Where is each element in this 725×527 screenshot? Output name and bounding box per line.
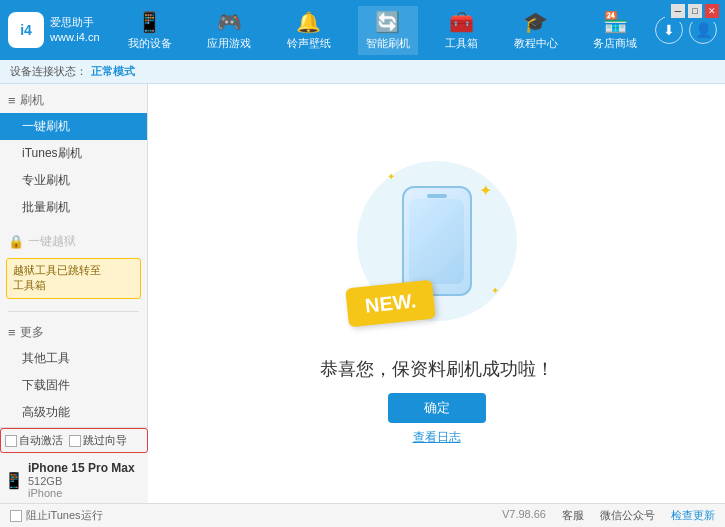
nav-tutorial[interactable]: 🎓 教程中心 bbox=[506, 6, 566, 55]
sidebar-item-onekey-flash[interactable]: 一键刷机 bbox=[0, 113, 147, 140]
nav-ringtones[interactable]: 🔔 铃声壁纸 bbox=[279, 6, 339, 55]
confirm-button[interactable]: 确定 bbox=[388, 393, 486, 423]
flash-section: ≡ 刷机 一键刷机 iTunes刷机 专业刷机 批量刷机 bbox=[0, 84, 147, 225]
more-section-header: ≡ 更多 bbox=[0, 320, 147, 345]
flash-icon: 🔄 bbox=[375, 10, 400, 34]
sidebar-item-pro-flash[interactable]: 专业刷机 bbox=[0, 167, 147, 194]
footer-left: 阻止iTunes运行 bbox=[10, 508, 103, 523]
nav-smart-flash[interactable]: 🔄 智能刷机 bbox=[358, 6, 418, 55]
device-type: iPhone bbox=[28, 487, 135, 499]
sidebar-item-download-firmware[interactable]: 下载固件 bbox=[0, 372, 147, 399]
success-illustration: ✦ ✦ ✦ NEW. bbox=[337, 141, 537, 341]
sidebar-separator bbox=[8, 311, 139, 312]
ringtone-icon: 🔔 bbox=[296, 10, 321, 34]
jailbreak-section: 🔒 一键越狱 越狱工具已跳转至工具箱 bbox=[0, 225, 147, 307]
sidebar-item-other-tools[interactable]: 其他工具 bbox=[0, 345, 147, 372]
nav-apps-games[interactable]: 🎮 应用游戏 bbox=[199, 6, 259, 55]
phone-screen bbox=[409, 199, 464, 284]
device-info: 📱 iPhone 15 Pro Max 512GB iPhone bbox=[0, 457, 148, 503]
sparkle-icon-1: ✦ bbox=[479, 181, 492, 200]
logo-text: 爱思助手 www.i4.cn bbox=[50, 15, 100, 46]
close-button[interactable]: ✕ bbox=[705, 4, 719, 18]
apps-icon: 🎮 bbox=[217, 10, 242, 34]
desktop-link[interactable]: 客服 bbox=[562, 508, 584, 523]
service-icon: 🏪 bbox=[603, 10, 628, 34]
log-link[interactable]: 查看日志 bbox=[413, 429, 461, 446]
flash-section-icon: ≡ bbox=[8, 93, 16, 108]
device-name: iPhone 15 Pro Max bbox=[28, 461, 135, 475]
logo: i4 爱思助手 www.i4.cn bbox=[0, 12, 110, 48]
breadcrumb: 设备连接状态： 正常模式 bbox=[0, 60, 725, 84]
toolbox-icon: 🧰 bbox=[449, 10, 474, 34]
nav-service[interactable]: 🏪 务店商域 bbox=[585, 6, 645, 55]
footer-right: V7.98.66 客服 微信公众号 检查更新 bbox=[502, 508, 715, 523]
more-section: ≡ 更多 其他工具 下载固件 高级功能 bbox=[0, 316, 147, 430]
sidebar-item-advanced[interactable]: 高级功能 bbox=[0, 399, 147, 426]
auto-activate-checkbox[interactable] bbox=[5, 435, 17, 447]
nav-toolbox[interactable]: 🧰 工具箱 bbox=[437, 6, 486, 55]
jailbreak-section-header: 🔒 一键越狱 bbox=[0, 229, 147, 254]
refresh-link[interactable]: 检查更新 bbox=[671, 508, 715, 523]
version-label: V7.98.66 bbox=[502, 508, 546, 523]
content-area: ✦ ✦ ✦ NEW. 恭喜您，保资料刷机成功啦！ 确定 查看日志 bbox=[148, 84, 725, 503]
sidebar-item-batch-flash[interactable]: 批量刷机 bbox=[0, 194, 147, 221]
wechat-link[interactable]: 微信公众号 bbox=[600, 508, 655, 523]
auto-activate-row: 自动激活 跳过向导 bbox=[0, 428, 148, 453]
sidebar-item-itunes-flash[interactable]: iTunes刷机 bbox=[0, 140, 147, 167]
maximize-button[interactable]: □ bbox=[688, 4, 702, 18]
main-area: ≡ 刷机 一键刷机 iTunes刷机 专业刷机 批量刷机 🔒 一键越狱 越狱工具… bbox=[0, 84, 725, 503]
flash-section-header: ≡ 刷机 bbox=[0, 88, 147, 113]
device-storage: 512GB bbox=[28, 475, 135, 487]
guide-activate-checkbox[interactable] bbox=[69, 435, 81, 447]
sparkle-icon-2: ✦ bbox=[387, 171, 395, 182]
phone-notch bbox=[427, 194, 447, 198]
itunes-checkbox[interactable] bbox=[10, 510, 22, 522]
connection-status: 正常模式 bbox=[91, 64, 135, 79]
device-icon: 📱 bbox=[137, 10, 162, 34]
sparkle-icon-3: ✦ bbox=[491, 285, 499, 296]
nav-my-device[interactable]: 📱 我的设备 bbox=[120, 6, 180, 55]
auto-activate-checkbox-label[interactable]: 自动激活 bbox=[5, 433, 63, 448]
new-badge: NEW. bbox=[345, 280, 436, 328]
lock-icon: 🔒 bbox=[8, 234, 24, 249]
tutorial-icon: 🎓 bbox=[523, 10, 548, 34]
phone-icon: 📱 bbox=[4, 471, 24, 490]
header: i4 爱思助手 www.i4.cn 📱 我的设备 🎮 应用游戏 🔔 铃声壁纸 🔄 bbox=[0, 0, 725, 60]
footer: 阻止iTunes运行 V7.98.66 客服 微信公众号 检查更新 bbox=[0, 503, 725, 527]
logo-icon: i4 bbox=[8, 12, 44, 48]
device-area: 自动激活 跳过向导 📱 iPhone 15 Pro Max 512GB iPho… bbox=[0, 427, 148, 503]
success-text: 恭喜您，保资料刷机成功啦！ bbox=[320, 357, 554, 381]
jailbreak-notice: 越狱工具已跳转至工具箱 bbox=[6, 258, 141, 299]
more-icon: ≡ bbox=[8, 325, 16, 340]
itunes-label: 阻止iTunes运行 bbox=[26, 508, 103, 523]
sidebar: ≡ 刷机 一键刷机 iTunes刷机 专业刷机 批量刷机 🔒 一键越狱 越狱工具… bbox=[0, 84, 148, 503]
phone-image bbox=[402, 186, 472, 296]
nav-bar: 📱 我的设备 🎮 应用游戏 🔔 铃声壁纸 🔄 智能刷机 🧰 工具箱 🎓 bbox=[110, 6, 655, 55]
minimize-button[interactable]: ─ bbox=[671, 4, 685, 18]
guide-activate-checkbox-label[interactable]: 跳过向导 bbox=[69, 433, 127, 448]
